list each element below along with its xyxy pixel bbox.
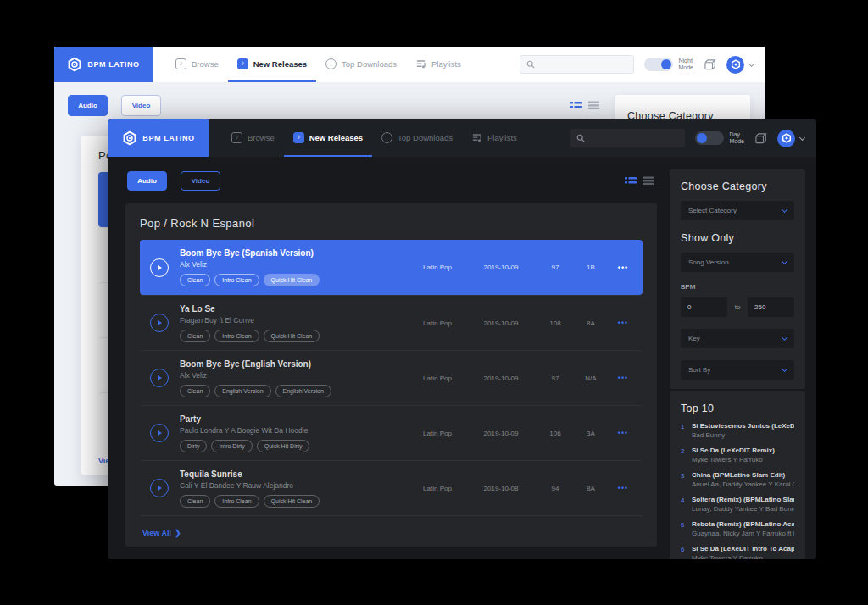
track-genre: Latin Pop [410, 319, 465, 327]
tag-pill[interactable]: Dirty [180, 440, 207, 452]
row-menu-icon[interactable]: ••• [609, 374, 637, 382]
nav-playlists[interactable]: Playlists [406, 47, 470, 82]
crate-icon[interactable] [754, 132, 767, 145]
top10-track-artist: Bad Bunny [692, 431, 794, 439]
top10-panel: Top 10 1 Si Estuviesemos Juntos (LeXeDIT… [670, 391, 805, 559]
track-info: Ya Lo Se Fragan Boy ft El Conve Clean In… [180, 304, 410, 342]
track-row[interactable]: Tequila Sunrise Cali Y El Dandee Y Rauw … [140, 460, 643, 515]
search-input[interactable] [539, 61, 627, 69]
top10-item[interactable]: 1 Si Estuviesemos Juntos (LeXeDIT R… Bad… [681, 422, 794, 439]
tag-pill[interactable]: Quick Hit Dirty [257, 440, 310, 452]
nav-top-downloads[interactable]: ↓ Top Downloads [316, 47, 406, 82]
track-date: 2019-10-08 [465, 485, 537, 492]
track-key: N/A [573, 375, 609, 382]
track-bpm: 106 [537, 430, 573, 437]
top10-item[interactable]: 6 Si Se Da (LeXeDIT Intro To Acapella) M… [681, 545, 794, 559]
brand-logo[interactable]: BPM LATINO [108, 119, 209, 157]
bpm-range: to [681, 297, 794, 317]
sort-by-select[interactable]: Sort By [681, 360, 794, 380]
grid-view-icon[interactable] [588, 100, 599, 110]
account-chevron-down-icon[interactable] [748, 60, 754, 66]
choose-category-title: Choose Category [681, 180, 794, 192]
row-menu-icon[interactable]: ••• [609, 264, 637, 272]
tag-pill[interactable]: Intro Dirty [211, 440, 252, 452]
bpm-to-input[interactable] [748, 297, 794, 317]
tag-pill[interactable]: Clean [180, 330, 210, 342]
top10-track-title: Soltera (Remix) (BPMLatino Slam E… [692, 496, 794, 503]
list-view-icon[interactable] [625, 175, 637, 186]
track-row[interactable]: Boom Bye Bye (Spanish Version) Alx Veliz… [140, 240, 643, 295]
video-tab[interactable]: Video [181, 171, 220, 191]
track-row[interactable]: Party Paulo Londra Y A Boogie Wit Da Hoo… [140, 405, 643, 460]
tag-pill[interactable]: Clean [180, 385, 210, 397]
play-icon[interactable] [150, 314, 169, 332]
night-mode-toggle[interactable] [644, 58, 673, 71]
category-select[interactable]: Select Category [681, 201, 794, 220]
grid-view-icon[interactable] [643, 175, 654, 186]
play-icon[interactable] [150, 479, 169, 497]
brand-name: BPM LATINO [142, 134, 194, 142]
nav-new-releases[interactable]: ♪ New Releases [228, 47, 316, 82]
top10-track-artist: Anuel Aa, Daddy Yankee Y Karol G … [692, 480, 794, 488]
bpm-from-input[interactable] [681, 297, 727, 317]
tag-pill[interactable]: Intro Clean [214, 495, 259, 508]
day-mode-toggle[interactable] [695, 131, 724, 145]
top10-track-title: China (BPMLatino Slam Edit) [692, 471, 794, 479]
tag-pill[interactable]: Quick Hit Clean [264, 330, 320, 342]
tag-pill[interactable]: Quick Hit Clean [264, 495, 320, 508]
rank-number: 6 [681, 545, 692, 559]
tag-list: Clean Intro Clean Quick Hit Clean [180, 330, 410, 342]
top10-item[interactable]: 3 China (BPMLatino Slam Edit) Anuel Aa, … [681, 471, 794, 488]
nav-label: Browse [248, 133, 275, 142]
top10-item[interactable]: 2 Si Se Da (LeXeDIT Remix) Myke Towers Y… [681, 447, 794, 463]
nav-playlists[interactable]: Playlists [462, 119, 526, 157]
top10-item[interactable]: 5 Rebota (Remix) (BPMLatino Acapel… Guay… [681, 520, 794, 537]
play-icon[interactable] [150, 424, 169, 442]
play-icon[interactable] [150, 369, 169, 387]
track-title: Boom Bye Bye (English Version) [180, 359, 410, 369]
search-input[interactable] [589, 135, 679, 142]
top10-item[interactable]: 4 Soltera (Remix) (BPMLatino Slam E… Lun… [681, 496, 794, 513]
crate-icon[interactable] [704, 58, 716, 71]
track-genre: Latin Pop [410, 375, 465, 382]
tag-pill[interactable]: Quick Hit Clean [264, 274, 320, 286]
chevron-right-icon: ❯ [175, 529, 181, 537]
track-date: 2019-10-09 [465, 319, 537, 327]
track-row[interactable]: Boom Bye Bye (English Version) Alx Veliz… [140, 350, 643, 405]
track-row[interactable]: Ya Lo Se Fragan Boy ft El Conve Clean In… [140, 295, 643, 350]
nav-new-releases[interactable]: ♪ New Releases [284, 119, 372, 157]
view-all-link[interactable]: View All ❯ [142, 529, 181, 537]
track-info: Tequila Sunrise Cali Y El Dandee Y Rauw … [180, 469, 410, 508]
audio-tab[interactable]: Audio [127, 171, 167, 191]
tag-pill[interactable]: English Version [214, 385, 270, 397]
tag-pill[interactable]: Intro Clean [214, 274, 259, 286]
account-avatar[interactable] [777, 130, 795, 147]
tag-pill[interactable]: Clean [180, 495, 210, 508]
nav-browse[interactable]: ♪ Browse [222, 119, 284, 157]
row-menu-icon[interactable]: ••• [609, 484, 637, 492]
nav-label: New Releases [309, 133, 363, 142]
search-icon [576, 134, 585, 142]
tag-pill[interactable]: English Version [275, 385, 331, 397]
account-avatar[interactable] [726, 56, 744, 74]
media-tabs: Audio Video [127, 171, 220, 191]
tag-pill[interactable]: Clean [180, 274, 210, 286]
view-switcher [625, 175, 654, 186]
video-tab[interactable]: Video [121, 95, 161, 116]
brand-logo[interactable]: BPM LATINO [54, 47, 153, 82]
track-title: Boom Bye Bye (Spanish Version) [180, 248, 410, 258]
play-icon[interactable] [150, 258, 169, 277]
list-view-icon[interactable] [570, 100, 582, 110]
song-version-select[interactable]: Song Version [681, 253, 794, 272]
key-select[interactable]: Key [681, 329, 794, 348]
nav-top-downloads[interactable]: ↓ Top Downloads [372, 119, 462, 157]
tag-pill[interactable]: Intro Clean [214, 330, 259, 342]
top10-track-artist: Guaynaa, Nicky Jam Y Farruko ft B… [692, 530, 794, 537]
audio-tab[interactable]: Audio [68, 95, 108, 116]
nav-browse[interactable]: ♪ Browse [166, 47, 228, 82]
row-menu-icon[interactable]: ••• [609, 319, 637, 327]
track-date: 2019-10-09 [465, 264, 537, 271]
top10-track-artist: Lunay, Daddy Yankee Y Bad Bunny [692, 505, 794, 513]
row-menu-icon[interactable]: ••• [609, 429, 637, 437]
account-chevron-down-icon[interactable] [799, 134, 805, 140]
